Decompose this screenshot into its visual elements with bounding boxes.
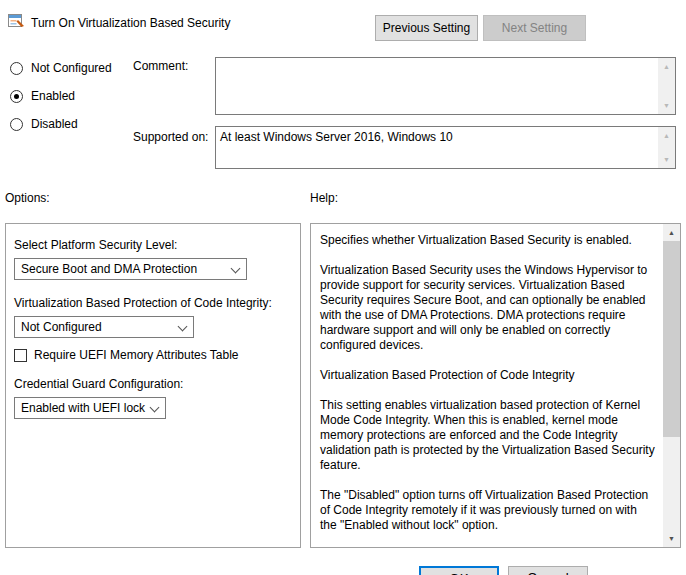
options-panel: Select Platform Security Level: Secure B…: [5, 223, 301, 548]
ok-button[interactable]: OK: [419, 566, 499, 575]
policy-setting-icon: [8, 13, 25, 29]
help-paragraph: Virtualization Based Security uses the W…: [320, 263, 655, 353]
help-scrollbar[interactable]: ▲ ▼: [663, 224, 680, 547]
page-title: Turn On Virtualization Based Security: [31, 16, 230, 30]
help-paragraph: Virtualization Based Protection of Code …: [320, 368, 655, 383]
help-paragraph: The "Disabled" option turns off Virtuali…: [320, 488, 655, 533]
checkbox-icon: [14, 349, 27, 362]
code-integrity-label: Virtualization Based Protection of Code …: [14, 296, 272, 310]
credential-guard-value: Enabled with UEFI lock: [21, 401, 145, 415]
chevron-down-icon: [178, 322, 188, 332]
next-setting-button[interactable]: Next Setting: [483, 15, 586, 41]
comment-label: Comment:: [133, 59, 188, 73]
comment-scrollbar[interactable]: ▲ ▼: [658, 58, 675, 114]
credential-guard-label: Credential Guard Configuration:: [14, 377, 183, 391]
credential-guard-dropdown[interactable]: Enabled with UEFI lock: [14, 397, 166, 419]
scroll-up-arrow-icon[interactable]: ▲: [658, 58, 675, 75]
scroll-down-arrow-icon[interactable]: ▼: [658, 97, 675, 114]
radio-enabled[interactable]: Enabled: [10, 89, 75, 103]
radio-label: Enabled: [31, 89, 75, 103]
supported-on-value: At least Windows Server 2016, Windows 10: [220, 130, 654, 144]
radio-icon: [10, 62, 23, 75]
scrollbar-thumb[interactable]: [663, 241, 680, 437]
radio-label: Disabled: [31, 117, 78, 131]
radio-icon: [10, 90, 23, 103]
previous-setting-button[interactable]: Previous Setting: [375, 15, 478, 41]
supported-on-scrollbar[interactable]: ▲ ▼: [658, 127, 675, 168]
code-integrity-value: Not Configured: [21, 320, 102, 334]
supported-on-label: Supported on:: [133, 130, 208, 144]
scroll-up-arrow-icon[interactable]: ▲: [658, 127, 675, 144]
platform-security-dropdown[interactable]: Secure Boot and DMA Protection: [14, 258, 247, 280]
radio-not-configured[interactable]: Not Configured: [10, 61, 112, 75]
platform-security-label: Select Platform Security Level:: [14, 238, 177, 252]
uefi-memory-checkbox-label: Require UEFI Memory Attributes Table: [34, 348, 239, 362]
help-section-label: Help:: [310, 191, 338, 205]
chevron-down-icon: [231, 264, 241, 274]
radio-label: Not Configured: [31, 61, 112, 75]
scroll-down-arrow-icon[interactable]: ▼: [658, 151, 675, 168]
cancel-button[interactable]: Cancel: [508, 566, 588, 575]
scroll-up-arrow-icon[interactable]: ▲: [663, 224, 680, 241]
platform-security-value: Secure Boot and DMA Protection: [21, 262, 197, 276]
supported-on-box: At least Windows Server 2016, Windows 10…: [215, 126, 676, 169]
code-integrity-dropdown[interactable]: Not Configured: [14, 316, 194, 338]
radio-icon: [10, 118, 23, 131]
uefi-memory-checkbox-row[interactable]: Require UEFI Memory Attributes Table: [14, 348, 239, 362]
help-paragraph: Specifies whether Virtualization Based S…: [320, 233, 655, 248]
help-panel: Specifies whether Virtualization Based S…: [310, 223, 681, 548]
radio-disabled[interactable]: Disabled: [10, 117, 78, 131]
chevron-down-icon: [150, 403, 160, 413]
help-text: Specifies whether Virtualization Based S…: [311, 224, 663, 547]
comment-input[interactable]: ▲ ▼: [215, 57, 676, 115]
options-section-label: Options:: [5, 191, 50, 205]
scroll-down-arrow-icon[interactable]: ▼: [663, 530, 680, 547]
help-paragraph: This setting enables virtualization base…: [320, 398, 655, 473]
